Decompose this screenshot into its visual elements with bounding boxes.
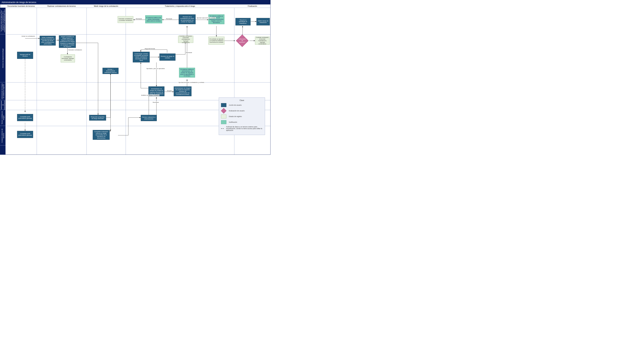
node-notify-approve: El sistema notifica al director de adqui… (208, 14, 224, 24)
node-bum-review: Revisión de la contratación por parte de… (179, 14, 196, 24)
lbl-accept: Aceptar (167, 90, 172, 92)
node-answer: Responder preguntas de riesgo inherente (89, 115, 106, 120)
node-executed: El contrato se ejecuta y el sistema esta… (208, 37, 224, 45)
node-cancelled: Contratación cancelada *agregar comentar… (61, 54, 75, 62)
lane-bum: Administrador de unidad de negocios en p… (0, 8, 6, 34)
lane-fin: Administrador de financiamiento (0, 100, 6, 110)
legend: Clave Acción de usuario Evaluación de us… (219, 98, 265, 135)
node-risk-review: Revisión de riesgo de contrato (159, 54, 175, 61)
swimlane-diagram: Administración de riesgo de terceros Doc… (0, 0, 270, 155)
lbl-negrev: Negociar/revisar (144, 48, 155, 50)
node-notify-bum: El sistema notifica al administrador de … (179, 68, 195, 78)
node-tasks: Definir tareas de finalización (256, 18, 270, 26)
lane-labels: Administrador de unidad de negocios en p… (0, 8, 6, 154)
node-assign-tabs: Asignar pestañas de riesgo interno al ne… (59, 36, 76, 48)
lane-ext: Contactos externos de terceros (0, 126, 6, 146)
node-ext-assess: Completar evaluación externa (y cargar d… (93, 130, 110, 140)
legend-item: Solicitud de datos a un tercero externo … (221, 126, 263, 131)
legend-item: Evaluación de usuario (221, 109, 263, 113)
node-add-profile: Agregar perfil de terceros (17, 52, 33, 59)
legend-item: Estado de registro (221, 114, 263, 118)
lane-legal: Director de adquisiciones/legal (0, 34, 6, 82)
legend-title: Clave (221, 100, 263, 101)
lbl-cancel: Cancelar contratación (68, 49, 82, 51)
legend-item: Notificación (221, 120, 263, 124)
node-cancel-both: Cancelar contratación y contrato rechaza… (118, 16, 133, 23)
node-complete-profile-ra: Completar perfil (información general) (17, 114, 33, 121)
lane-burm: Administrador de riesgos de unidad de ne… (0, 82, 6, 100)
lane-ra: Tercero: analistas de riesgos (0, 110, 6, 126)
node-notify-reject: El sistema notifica a las partes interes… (145, 15, 162, 23)
legend-item: Acción de usuario (221, 103, 263, 107)
node-create-contract: Crear/cargar contrato (Completar proveed… (133, 52, 150, 62)
start-label: Iniciar la contratación (21, 36, 36, 37)
node-trigger: Revisar + desencadenar evaluación extern… (103, 68, 119, 74)
node-rejected1: Contrato rechazado (Cancelar contratació… (178, 36, 193, 43)
node-rejected2: Contrato rechazado (Cancelar contratació… (255, 37, 270, 45)
node-init-potential: Iniciar contratación potencial (también … (40, 36, 56, 46)
lbl-reject1: Rechazar (186, 52, 192, 53)
lbl-riskcomplete: Análisis de riesgos completo (141, 94, 159, 96)
lbl-reject4: Rechazar (135, 18, 142, 20)
lbl-reject3: Rechazar (166, 18, 172, 20)
node-rev-assess: Revisar evaluación y observaciones (141, 115, 157, 121)
node-burm-req: Administrador de riesgos de unidad de ne… (174, 86, 191, 96)
lbl-reject2: Rechazar (152, 102, 159, 103)
lbl-apprrej: Aprobar/rechazar contratación y contrato (178, 82, 205, 83)
lbl-apprnotexec: Aprobado, pero no ejecutado (146, 68, 165, 69)
lbl-approveexec: Aprobar ejecución de contrato (196, 17, 216, 19)
node-complete-profile-ext: Completar perfil (información general) (17, 131, 33, 138)
node-summary: Resumir la estrategia de finalización (235, 18, 251, 26)
